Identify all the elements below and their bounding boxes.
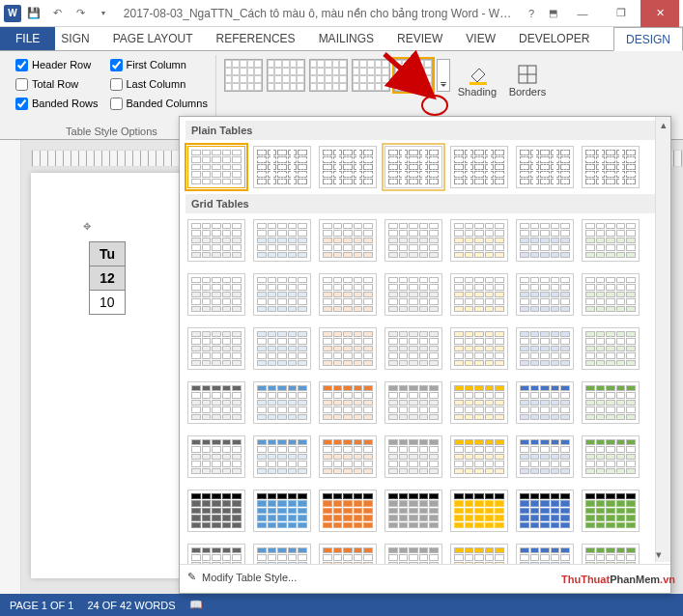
chk-header-row[interactable]: Header Row [15, 55, 99, 74]
table-style-thumb[interactable] [582, 219, 640, 262]
table-style-thumb[interactable] [187, 146, 245, 188]
window-controls: — ❐ ✕ [563, 0, 679, 27]
table-style-thumb[interactable] [516, 490, 574, 532]
table-style-thumb[interactable] [253, 219, 311, 262]
table-style-thumb[interactable] [253, 544, 311, 564]
document-table[interactable]: Tu 12 10 [89, 241, 126, 315]
table-style-preview[interactable] [394, 59, 433, 92]
table-style-thumb[interactable] [582, 327, 640, 370]
status-page[interactable]: PAGE 1 OF 1 [10, 600, 73, 611]
table-style-thumb[interactable] [516, 273, 574, 316]
ribbon-display-icon[interactable]: ⬒ [542, 3, 563, 24]
table-style-thumb[interactable] [253, 327, 311, 370]
table-style-thumb[interactable] [516, 544, 574, 564]
chk-last-column[interactable]: Last Column [110, 74, 208, 94]
table-style-thumb[interactable] [516, 435, 574, 478]
tab-mailings[interactable]: MAILINGS [307, 27, 385, 50]
table-style-thumb[interactable] [450, 146, 508, 188]
table-style-thumb[interactable] [319, 146, 377, 188]
table-style-preview[interactable] [224, 59, 263, 92]
table-style-preview[interactable] [309, 59, 348, 92]
table-style-thumb[interactable] [384, 219, 442, 262]
scroll-down-icon[interactable]: ▾ [656, 546, 662, 562]
table-style-thumb[interactable] [450, 381, 508, 424]
table-style-thumb[interactable] [187, 435, 245, 478]
table-style-thumb[interactable] [253, 435, 311, 478]
table-style-thumb[interactable] [450, 327, 508, 370]
table-style-thumb[interactable] [319, 544, 377, 564]
table-style-thumb[interactable] [187, 544, 245, 564]
table-style-thumb[interactable] [187, 381, 245, 424]
table-style-thumb[interactable] [516, 381, 574, 424]
table-style-thumb[interactable] [187, 327, 245, 370]
table-style-thumb[interactable] [450, 435, 508, 478]
tab-references[interactable]: REFERENCES [205, 27, 307, 50]
undo-icon[interactable]: ↶ [46, 3, 68, 24]
tab-table-design[interactable]: DESIGN [613, 27, 683, 51]
table-style-thumb[interactable] [253, 490, 311, 532]
gallery-scrollbar[interactable]: ▴ ▾ [655, 117, 670, 562]
table-style-thumb[interactable] [582, 381, 640, 424]
table-style-thumb[interactable] [384, 146, 442, 188]
table-cell[interactable]: Tu [90, 242, 126, 266]
qat-more-icon[interactable]: ▾ [93, 3, 114, 24]
borders-button[interactable]: Borders [504, 59, 551, 101]
tab-design-cut[interactable]: SIGN [55, 27, 100, 50]
table-style-thumb[interactable] [450, 544, 508, 564]
table-style-thumb[interactable] [582, 273, 640, 316]
table-style-thumb[interactable] [516, 146, 574, 188]
table-style-thumb[interactable] [319, 327, 377, 370]
table-cell[interactable]: 12 [90, 266, 126, 291]
table-style-thumb[interactable] [319, 219, 377, 262]
table-style-thumb[interactable] [582, 490, 640, 532]
chk-banded-columns[interactable]: Banded Columns [110, 94, 208, 113]
table-styles-more-button[interactable] [437, 59, 450, 92]
table-style-thumb[interactable] [384, 544, 442, 564]
status-words[interactable]: 24 OF 42 WORDS [87, 600, 175, 611]
help-icon[interactable]: ? [521, 3, 542, 24]
minimize-button[interactable]: — [563, 0, 602, 27]
tab-developer[interactable]: DEVELOPER [507, 27, 601, 50]
table-style-thumb[interactable] [384, 435, 442, 478]
table-style-thumb[interactable] [319, 435, 377, 478]
status-proofing-icon[interactable]: 📖 [189, 599, 203, 611]
table-style-thumb[interactable] [384, 381, 442, 424]
save-icon[interactable]: 💾 [23, 3, 44, 24]
gallery-section-header: Plain Tables [185, 121, 669, 140]
table-style-thumb[interactable] [187, 273, 245, 316]
table-style-thumb[interactable] [319, 381, 377, 424]
table-style-thumb[interactable] [384, 273, 442, 316]
redo-icon[interactable]: ↷ [70, 3, 91, 24]
close-button[interactable]: ✕ [640, 0, 679, 27]
table-cell[interactable]: 10 [90, 291, 126, 315]
tab-review[interactable]: REVIEW [385, 27, 454, 50]
table-style-thumb[interactable] [384, 490, 442, 532]
table-style-thumb[interactable] [582, 435, 640, 478]
table-style-thumb[interactable] [582, 146, 640, 188]
table-style-preview[interactable] [267, 59, 305, 92]
table-style-thumb[interactable] [187, 219, 245, 262]
table-style-thumb[interactable] [319, 490, 377, 532]
restore-button[interactable]: ❐ [602, 0, 640, 27]
table-style-thumb[interactable] [384, 327, 442, 370]
scroll-up-icon[interactable]: ▴ [656, 117, 670, 132]
chk-total-row[interactable]: Total Row [15, 74, 99, 94]
table-style-thumb[interactable] [187, 490, 245, 532]
table-style-thumb[interactable] [253, 146, 311, 188]
table-style-thumb[interactable] [450, 490, 508, 532]
file-tab[interactable]: FILE [0, 27, 55, 50]
table-style-thumb[interactable] [253, 381, 311, 424]
table-style-thumb[interactable] [450, 219, 508, 262]
table-style-preview[interactable] [352, 59, 390, 92]
table-style-thumb[interactable] [516, 219, 574, 262]
chk-banded-rows[interactable]: Banded Rows [15, 94, 99, 113]
tab-view[interactable]: VIEW [454, 27, 507, 50]
shading-button[interactable]: Shading [454, 59, 500, 101]
table-style-thumb[interactable] [450, 273, 508, 316]
chk-first-column[interactable]: First Column [110, 55, 208, 74]
table-style-thumb[interactable] [582, 544, 640, 564]
tab-page-layout[interactable]: PAGE LAYOUT [101, 27, 205, 50]
table-style-thumb[interactable] [319, 273, 377, 316]
table-style-thumb[interactable] [516, 327, 574, 370]
table-style-thumb[interactable] [253, 273, 311, 316]
